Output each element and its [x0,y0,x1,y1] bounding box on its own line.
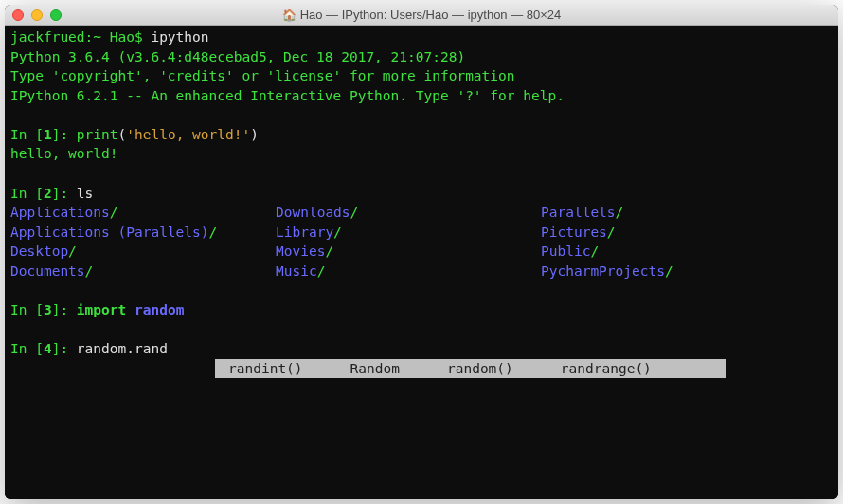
titlebar: 🏠 Hao — IPython: Users/Hao — ipython — 8… [5,5,838,26]
terminal-content[interactable]: jackfrued:~ Hao$ ipython Python 3.6.4 (v… [5,26,838,499]
ls-item: Public/ [541,242,833,261]
blank-line [10,320,833,340]
in-2-line: In [2]: ls [10,184,833,204]
ls-item: Pictures/ [541,223,833,243]
in-3-line: In [3]: import random [10,300,833,320]
ls-item: Applications (Parallels)/ [10,223,276,243]
blank-line [10,281,833,301]
ls-item: Library/ [276,223,541,243]
ls-item: Downloads/ [276,203,541,223]
autocomplete-popup: randint() Random random() randrange() [10,359,833,379]
banner-line-2: Type 'copyright', 'credits' or 'license'… [10,66,833,86]
banner-line-3: IPython 6.2.1 -- An enhanced Interactive… [10,86,833,106]
close-button[interactable] [12,9,24,21]
window-title: 🏠 Hao — IPython: Users/Hao — ipython — 8… [5,8,838,22]
minimize-button[interactable] [31,9,43,21]
blank-line [10,164,833,184]
autocomplete-option[interactable]: randrange() [557,359,655,379]
ls-item: Movies/ [276,242,541,261]
shell-command: ipython [151,29,208,45]
shell-prompt-line: jackfrued:~ Hao$ ipython [10,27,833,47]
ls-item: Documents/ [10,261,276,281]
maximize-button[interactable] [50,9,62,21]
ls-item: Desktop/ [10,242,276,261]
in-4-line: In [4]: random.rand [10,339,833,359]
window-title-text: Hao — IPython: Users/Hao — ipython — 80×… [300,8,562,22]
ls-item: Music/ [276,261,541,281]
out-1-line: hello, world! [10,144,833,164]
autocomplete-option[interactable]: random() [443,359,517,379]
banner-line-1: Python 3.6.4 (v3.6.4:d48ecebad5, Dec 18 … [10,47,833,67]
terminal-window: 🏠 Hao — IPython: Users/Hao — ipython — 8… [5,5,838,499]
ls-item: Applications/ [10,203,276,223]
autocomplete-option[interactable]: randint() [224,359,307,379]
ls-item: Parallels/ [541,203,833,223]
ls-output: Applications/ Downloads/ Parallels/ Appl… [10,203,833,280]
window-controls [12,9,62,21]
ls-item: PycharmProjects/ [541,261,833,281]
home-icon: 🏠 [282,9,296,22]
autocomplete-option[interactable]: Random [347,359,404,379]
blank-line [10,105,833,125]
in-1-line: In [1]: print('hello, world!') [10,125,833,145]
shell-prompt: jackfrued:~ Hao$ [10,29,151,45]
